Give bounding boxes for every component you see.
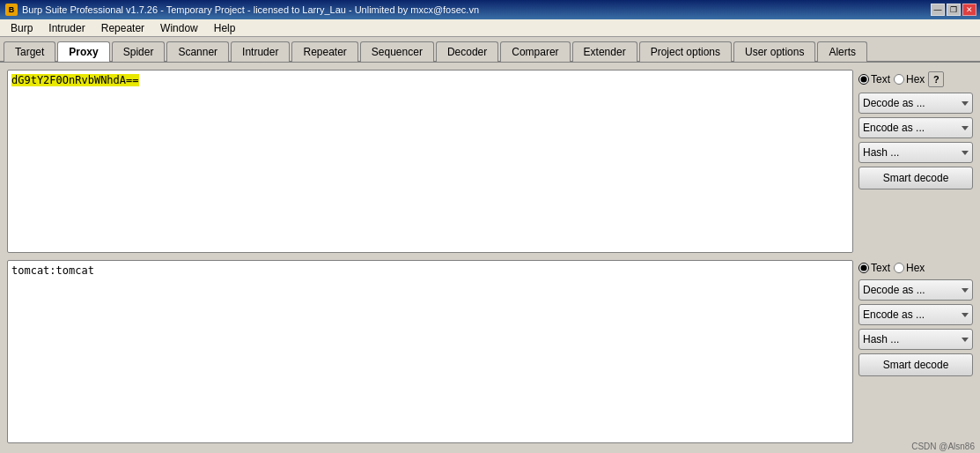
decode-as-arrow-2 — [962, 288, 969, 293]
encode-as-label-2: Encode as ... — [863, 308, 925, 321]
help-button-1[interactable]: ? — [928, 71, 944, 87]
tab-scanner[interactable]: Scanner — [166, 41, 229, 62]
radio-row-1: Text Hex ? — [858, 70, 973, 89]
menu-help[interactable]: Help — [207, 20, 243, 36]
hash-arrow-1 — [962, 151, 969, 155]
decode-as-label-2: Decode as ... — [863, 284, 925, 296]
menu-window[interactable]: Window — [153, 20, 205, 36]
encode-as-button-1[interactable]: Encode as ... — [858, 117, 973, 138]
radio-hex-2[interactable]: Hex — [894, 262, 925, 274]
footer: CSDN @Alsn86 — [911, 442, 975, 451]
tab-target[interactable]: Target — [4, 41, 55, 62]
tab-decoder[interactable]: Decoder — [436, 41, 498, 62]
encode-as-arrow-2 — [962, 313, 969, 317]
app-icon: B — [5, 4, 18, 16]
tab-alerts[interactable]: Alerts — [817, 41, 867, 62]
hash-button-2[interactable]: Hash ... — [858, 329, 973, 350]
plain-text-2: tomcat:tomcat — [11, 264, 94, 277]
decode-as-label-1: Decode as ... — [863, 97, 925, 109]
radio-hex-label-1: Hex — [906, 73, 925, 85]
tab-intruder[interactable]: Intruder — [231, 41, 290, 62]
title-bar-controls: — ❐ ✕ — [931, 4, 976, 16]
tab-bar: Target Proxy Spider Scanner Intruder Rep… — [0, 37, 980, 63]
decode-as-arrow-1 — [962, 101, 969, 106]
hash-label-2: Hash ... — [863, 333, 899, 345]
tab-spider[interactable]: Spider — [112, 41, 166, 62]
radio-text-2[interactable]: Text — [858, 262, 890, 274]
text-area-content-1: dG9tY2F0OnRvbWNhdA== — [8, 71, 852, 252]
tab-repeater[interactable]: Repeater — [291, 41, 357, 62]
radio-text-label-2: Text — [871, 262, 890, 274]
radio-hex-1[interactable]: Hex — [894, 73, 925, 85]
menu-bar: Burp Intruder Repeater Window Help — [0, 19, 980, 37]
text-area-content-2: tomcat:tomcat — [8, 261, 852, 442]
menu-burp[interactable]: Burp — [4, 20, 40, 36]
right-panel-2: Text Hex Decode as ... Encode as ... Has… — [858, 260, 973, 443]
radio-hex-input-2[interactable] — [894, 263, 904, 273]
decode-as-button-1[interactable]: Decode as ... — [858, 93, 973, 114]
hash-arrow-2 — [962, 338, 969, 342]
radio-text-input-2[interactable] — [858, 263, 869, 273]
tab-extender[interactable]: Extender — [572, 41, 637, 62]
decoder-panel-2: tomcat:tomcat Text Hex Decode as ... Enc… — [7, 260, 973, 443]
tab-user-options[interactable]: User options — [733, 41, 815, 62]
encode-as-button-2[interactable]: Encode as ... — [858, 304, 973, 325]
tab-sequencer[interactable]: Sequencer — [360, 41, 434, 62]
decode-as-button-2[interactable]: Decode as ... — [858, 279, 973, 301]
menu-repeater[interactable]: Repeater — [94, 20, 151, 36]
hash-label-1: Hash ... — [863, 146, 899, 159]
tab-proxy[interactable]: Proxy — [57, 41, 109, 62]
radio-hex-label-2: Hex — [906, 262, 925, 274]
title-bar: B Burp Suite Professional v1.7.26 - Temp… — [0, 0, 980, 19]
radio-text-1[interactable]: Text — [858, 73, 890, 85]
encode-as-arrow-1 — [962, 126, 969, 130]
title-bar-title: Burp Suite Professional v1.7.26 - Tempor… — [22, 4, 479, 15]
encode-as-label-1: Encode as ... — [863, 122, 925, 134]
restore-button[interactable]: ❐ — [947, 4, 961, 16]
footer-credit: CSDN @Alsn86 — [911, 442, 975, 451]
radio-text-input-1[interactable] — [858, 74, 869, 85]
hash-button-1[interactable]: Hash ... — [858, 142, 973, 163]
right-panel-1: Text Hex ? Decode as ... Encode as ... H… — [858, 70, 973, 253]
close-button[interactable]: ✕ — [962, 4, 976, 16]
text-area-1[interactable]: dG9tY2F0OnRvbWNhdA== — [7, 70, 853, 253]
menu-intruder[interactable]: Intruder — [41, 20, 92, 36]
smart-decode-button-1[interactable]: Smart decode — [858, 167, 973, 189]
radio-row-2: Text Hex — [858, 260, 973, 276]
text-area-2[interactable]: tomcat:tomcat — [7, 260, 853, 443]
tab-comparer[interactable]: Comparer — [500, 41, 570, 62]
radio-text-label-1: Text — [871, 73, 890, 85]
decoder-panel-1: dG9tY2F0OnRvbWNhdA== Text Hex ? Decode a… — [7, 70, 973, 253]
radio-hex-input-1[interactable] — [894, 74, 904, 85]
smart-decode-button-2[interactable]: Smart decode — [858, 353, 973, 376]
tab-project-options[interactable]: Project options — [639, 41, 732, 62]
main-content: dG9tY2F0OnRvbWNhdA== Text Hex ? Decode a… — [0, 63, 980, 450]
highlighted-text-1: dG9tY2F0OnRvbWNhdA== — [11, 74, 139, 86]
title-bar-left: B Burp Suite Professional v1.7.26 - Temp… — [5, 4, 479, 16]
minimize-button[interactable]: — — [931, 4, 945, 16]
